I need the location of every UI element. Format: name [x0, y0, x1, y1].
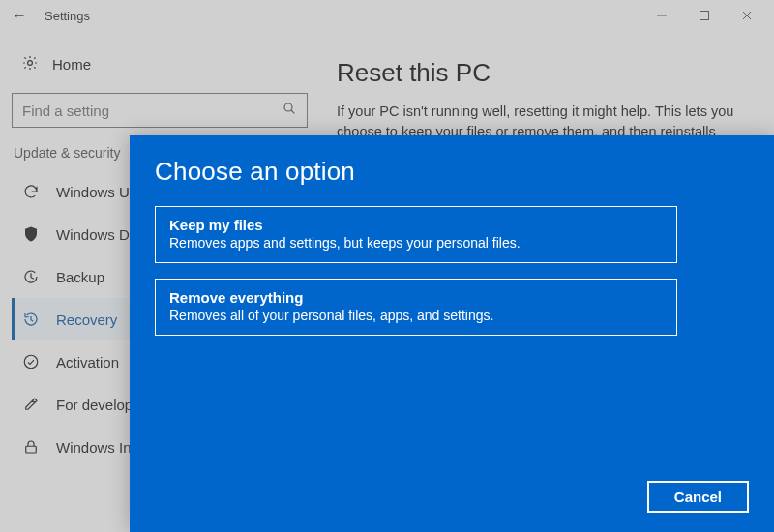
back-button[interactable]: ← — [6, 2, 33, 29]
tools-icon — [21, 396, 41, 413]
check-circle-icon — [21, 353, 41, 370]
sidebar-item-label: Recovery — [56, 311, 117, 328]
maximize-icon — [699, 10, 710, 21]
reset-dialog: Choose an option Keep my files Removes a… — [130, 135, 774, 532]
window-title: Settings — [45, 9, 90, 23]
option-title: Keep my files — [169, 217, 663, 233]
search-input-container[interactable] — [12, 93, 308, 128]
history-icon — [21, 310, 41, 328]
sync-icon — [21, 183, 41, 200]
search-input[interactable] — [22, 103, 282, 119]
cancel-button[interactable]: Cancel — [647, 481, 749, 513]
svg-rect-8 — [26, 446, 37, 453]
window-controls — [640, 1, 768, 30]
close-button[interactable] — [726, 1, 768, 30]
dialog-footer: Cancel — [647, 481, 749, 513]
svg-point-5 — [284, 103, 292, 111]
option-description: Removes apps and settings, but keeps you… — [169, 235, 663, 251]
backup-icon — [21, 268, 41, 285]
sidebar-item-label: Backup — [56, 269, 104, 285]
shield-icon — [21, 225, 41, 243]
titlebar: ← Settings — [0, 0, 774, 31]
gear-icon — [21, 54, 39, 74]
option-title: Remove everything — [169, 289, 663, 306]
arrow-left-icon: ← — [12, 7, 27, 24]
svg-point-4 — [28, 60, 33, 65]
search-icon — [282, 101, 297, 120]
option-keep-my-files[interactable]: Keep my files Removes apps and settings,… — [155, 206, 677, 263]
settings-window: ← Settings Home — [0, 0, 774, 532]
sidebar-item-home[interactable]: Home — [12, 44, 308, 83]
lock-icon — [21, 438, 41, 456]
minimize-icon — [656, 10, 668, 21]
minimize-button[interactable] — [640, 1, 683, 30]
maximize-button[interactable] — [683, 1, 726, 30]
sidebar-item-label: Activation — [56, 354, 119, 370]
home-label: Home — [52, 56, 91, 73]
page-title: Reset this PC — [337, 58, 757, 88]
svg-point-7 — [24, 355, 38, 369]
option-remove-everything[interactable]: Remove everything Removes all of your pe… — [155, 279, 677, 336]
option-description: Removes all of your personal files, apps… — [169, 308, 663, 323]
close-icon — [741, 10, 753, 21]
svg-line-6 — [291, 110, 294, 113]
dialog-title: Choose an option — [155, 157, 749, 187]
svg-rect-1 — [700, 12, 709, 20]
